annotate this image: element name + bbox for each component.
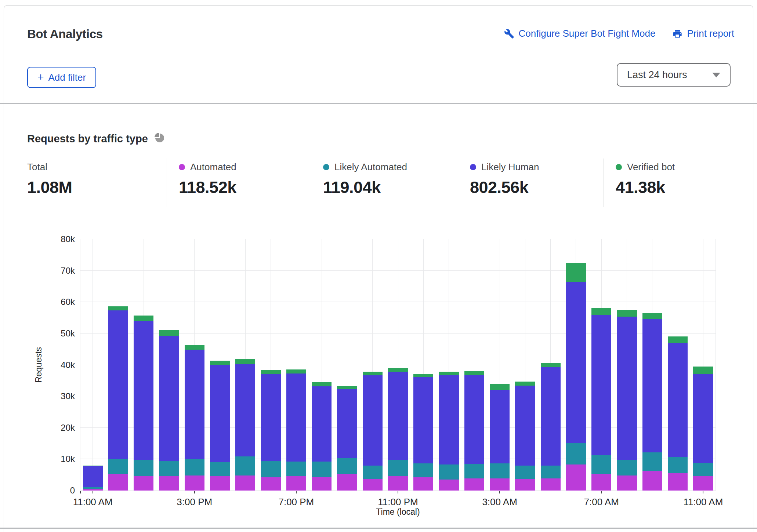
y-tick-label: 30k <box>43 391 75 401</box>
bar-segment-likely-human <box>490 390 510 463</box>
bar-segment-automated <box>261 477 281 491</box>
bar-700pm <box>286 369 306 491</box>
bar-segment-likely-automated <box>668 457 688 473</box>
bar-segment-likely-human <box>337 389 357 458</box>
bar-800am <box>617 310 637 491</box>
y-tick-label: 50k <box>43 328 75 339</box>
y-tick-label: 10k <box>43 454 75 464</box>
header-links: Configure Super Bot Fight Mode Print rep… <box>504 28 734 39</box>
bar-segment-verified-bot <box>490 384 510 390</box>
bar-segment-likely-automated <box>134 460 153 476</box>
bar-segment-verified-bot <box>668 336 688 343</box>
bar-segment-verified-bot <box>515 382 535 386</box>
configure-super-bot-fight-mode-link[interactable]: Configure Super Bot Fight Mode <box>504 28 656 39</box>
bar-segment-automated <box>134 476 153 491</box>
bar-segment-likely-automated <box>337 458 357 474</box>
configure-link-label: Configure Super Bot Fight Mode <box>519 28 656 39</box>
bar-1100am <box>83 466 103 491</box>
bar-400pm <box>210 361 230 491</box>
bar-1100am <box>693 367 713 491</box>
bar-segment-likely-automated <box>235 456 255 475</box>
stat-verified-bot[interactable]: Verified bot 41.38k <box>604 158 734 207</box>
gridline-vertical <box>93 239 93 491</box>
bar-300pm <box>185 345 204 491</box>
bar-segment-automated <box>515 479 535 491</box>
bar-segment-likely-human <box>439 375 459 464</box>
bar-segment-likely-human <box>591 315 611 456</box>
x-tick-label: 7:00 AM <box>565 496 638 508</box>
x-tick-mark <box>398 491 398 493</box>
x-tick-mark <box>601 491 602 493</box>
bar-segment-likely-human <box>668 343 688 458</box>
bar-segment-verified-bot <box>235 359 255 364</box>
bar-segment-automated <box>642 471 662 491</box>
bar-segment-verified-bot <box>617 310 637 317</box>
bar-1200am <box>413 374 433 491</box>
bar-segment-verified-bot <box>134 316 153 321</box>
bar-segment-verified-bot <box>286 369 306 374</box>
bar-segment-automated <box>210 476 230 491</box>
traffic-type-stats-row: Total 1.08M Automated 118.52k Likely Aut… <box>27 158 734 207</box>
stat-likely-automated[interactable]: Likely Automated 119.04k <box>311 158 458 207</box>
stat-automated[interactable]: Automated 118.52k <box>167 158 311 207</box>
bar-segment-verified-bot <box>464 371 484 375</box>
stat-label: Verified bot <box>627 161 675 173</box>
plot-boundary-line <box>80 239 80 491</box>
stat-label: Total <box>27 161 47 173</box>
bar-segment-automated <box>617 475 637 491</box>
stat-label: Likely Human <box>481 161 539 173</box>
bar-segment-automated <box>337 474 357 491</box>
x-axis-label: Time (local) <box>343 507 453 517</box>
bar-1100pm <box>388 368 408 491</box>
bar-segment-automated <box>108 474 128 491</box>
y-tick-label: 70k <box>43 266 75 276</box>
stat-label: Automated <box>190 161 236 173</box>
bar-segment-automated <box>413 477 433 491</box>
plus-icon: + <box>37 72 44 83</box>
bar-segment-likely-automated <box>210 462 230 477</box>
bar-segment-likely-automated <box>541 466 561 478</box>
plot-boundary-line <box>716 239 716 491</box>
likely-automated-dot <box>323 164 329 170</box>
x-tick-label: 11:00 AM <box>56 496 130 508</box>
bar-segment-likely-human <box>108 310 128 459</box>
bar-segment-automated <box>693 476 713 491</box>
bar-segment-likely-automated <box>413 463 433 477</box>
time-range-value: Last 24 hours <box>627 69 687 81</box>
bar-segment-likely-automated <box>439 464 459 480</box>
bar-segment-likely-automated <box>490 463 510 479</box>
bar-segment-verified-bot <box>185 345 204 350</box>
stat-value: 41.38k <box>616 178 734 197</box>
x-tick-mark <box>703 491 703 493</box>
y-tick-label: 0 <box>43 485 75 496</box>
bar-segment-automated <box>286 476 306 491</box>
bar-segment-likely-human <box>312 386 332 462</box>
bar-segment-likely-automated <box>591 455 611 474</box>
printer-icon <box>672 29 682 39</box>
bar-segment-verified-bot <box>693 367 713 374</box>
time-range-dropdown[interactable]: Last 24 hours <box>617 63 731 87</box>
stat-label: Likely Automated <box>334 161 407 173</box>
bar-segment-verified-bot <box>337 386 357 389</box>
bar-segment-likely-automated <box>159 461 179 476</box>
bar-200am <box>464 371 484 491</box>
print-report-link[interactable]: Print report <box>672 28 734 39</box>
x-tick-mark <box>499 491 500 493</box>
y-tick-label: 40k <box>43 360 75 370</box>
bar-segment-verified-bot <box>642 313 662 319</box>
bar-900am <box>642 313 662 491</box>
bar-segment-automated <box>490 478 510 491</box>
bar-segment-likely-human <box>185 350 204 459</box>
bar-segment-likely-human <box>363 375 383 466</box>
bar-900pm <box>337 386 357 491</box>
stat-likely-human[interactable]: Likely Human 802.56k <box>458 158 604 207</box>
bar-segment-verified-bot <box>261 370 281 374</box>
bar-600am <box>566 263 586 491</box>
bar-segment-automated <box>668 473 688 491</box>
bar-segment-automated <box>235 475 255 491</box>
bar-segment-automated <box>363 479 383 491</box>
bar-300am <box>490 384 510 491</box>
bar-segment-likely-human <box>464 375 484 464</box>
y-tick-label: 80k <box>43 234 75 244</box>
add-filter-button[interactable]: + Add filter <box>27 67 96 88</box>
